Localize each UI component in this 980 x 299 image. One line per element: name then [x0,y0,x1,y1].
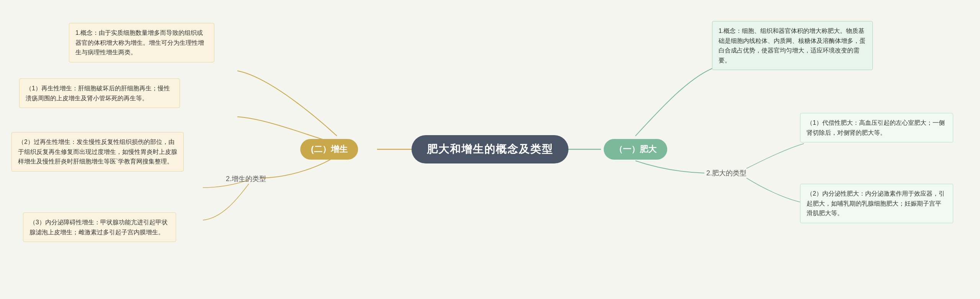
mid-left-text2: （2）过再生性增生：发生慢性反复性组织损伤的部位，由于组织反复再生修复而出现过度… [18,139,177,165]
center-node: 肥大和增生的概念及类型 [412,135,568,163]
right-type-label: 2.肥大的类型 [706,168,746,178]
top-right-text: 1.概念：细胞、组织和器官体积的增大称肥大。物质基础是细胞内线粒体、内质网、核糖… [719,28,866,64]
bot-left-box: （3）内分泌障碍性增生：甲状腺功能亢进引起甲状腺滤泡上皮增生；雌激素过多引起子宫… [23,212,176,242]
top-left-text: 1.概念：由于实质细胞数量增多而导致的组织或器官的体积增大称为增生。增生可分为生… [75,29,204,56]
mid-left-text1: （1）再生性增生：肝细胞破坏后的肝细胞再生；慢性溃疡周围的上皮增生及肾小管坏死的… [26,85,170,101]
bot-right-box1: （1）代偿性肥大：高血压引起的左心室肥大；一侧肾切除后，对侧肾的肥大等。 [800,113,953,142]
bot-left-text: （3）内分泌障碍性增生：甲状腺功能亢进引起甲状腺滤泡上皮增生；雌激素过多引起子宫… [29,219,168,235]
left-type-label: 2.增生的类型 [226,174,266,183]
left-branch-node: (二）增生 [300,139,358,160]
top-left-box: 1.概念：由于实质细胞数量增多而导致的组织或器官的体积增大称为增生。增生可分为生… [69,23,214,62]
mind-map: 肥大和增生的概念及类型 (二）增生 （一）肥大 1.概念：由于实质细胞数量增多而… [0,0,980,299]
mid-left-box2: （2）过再生性增生：发生慢性反复性组织损伤的部位，由于组织反复再生修复而出现过度… [11,132,184,172]
mid-left-box1: （1）再生性增生：肝细胞破坏后的肝细胞再生；慢性溃疡周围的上皮增生及肾小管坏死的… [19,78,180,108]
top-right-box: 1.概念：细胞、组织和器官体积的增大称肥大。物质基础是细胞内线粒体、内质网、核糖… [712,21,873,70]
bot-right-text1: （1）代偿性肥大：高血压引起的左心室肥大；一侧肾切除后，对侧肾的肥大等。 [807,119,945,136]
bot-right-text2: （2）内分泌性肥大：内分泌激素作用于效应器，引起肥大，如哺乳期的乳腺细胞肥大；妊… [807,190,945,216]
right-branch-node: （一）肥大 [604,139,667,160]
bot-right-box2: （2）内分泌性肥大：内分泌激素作用于效应器，引起肥大，如哺乳期的乳腺细胞肥大；妊… [800,184,953,223]
